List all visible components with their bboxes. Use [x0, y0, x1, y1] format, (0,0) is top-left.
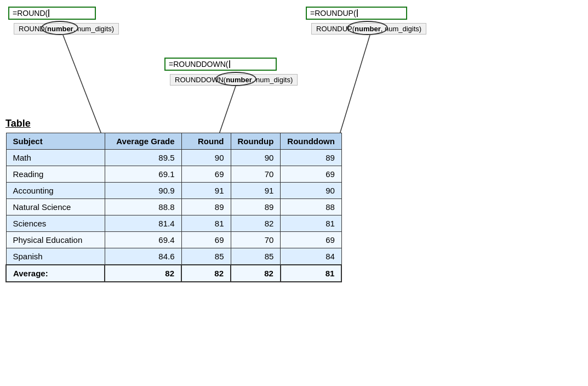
round-number-oval: [41, 21, 78, 35]
round-formula-text: =ROUND(: [13, 9, 48, 18]
cell-avg: 69.4: [105, 232, 181, 248]
avg-round: 82: [181, 265, 231, 282]
cell-round: 90: [181, 150, 231, 166]
cell-round: 69: [181, 166, 231, 183]
cell-rounddown: 69: [281, 232, 342, 248]
table-row: Accounting90.9919190: [6, 183, 341, 199]
roundup-formula-text: =ROUNDUP(: [310, 9, 356, 18]
header-round: Round: [181, 133, 231, 150]
table-row: Physical Education69.4697069: [6, 232, 341, 248]
cell-subject: Physical Education: [6, 232, 105, 248]
cell-rounddown: 88: [281, 199, 342, 215]
table-row: Sciences81.4818281: [6, 215, 341, 232]
cell-round: 89: [181, 199, 231, 215]
cell-avg: 90.9: [105, 183, 181, 199]
page-container: =ROUND( ROUND(number, num_digits) =ROUND…: [0, 0, 588, 386]
cell-subject: Accounting: [6, 183, 105, 199]
cell-avg: 81.4: [105, 215, 181, 232]
table-title: Table: [5, 118, 342, 129]
table-header-row: Subject Average Grade Round Roundup Roun…: [6, 133, 341, 150]
average-row: Average:82828281: [6, 265, 341, 282]
cell-subject: Spanish: [6, 248, 105, 265]
cell-roundup: 91: [231, 183, 281, 199]
cell-roundup: 70: [231, 232, 281, 248]
data-table: Subject Average Grade Round Roundup Roun…: [5, 133, 342, 282]
avg-rounddown: 81: [281, 265, 342, 282]
header-rounddown: Rounddown: [281, 133, 342, 150]
header-roundup: Roundup: [231, 133, 281, 150]
cell-subject: Sciences: [6, 215, 105, 232]
roundup-formula-cell[interactable]: =ROUNDUP(: [306, 7, 407, 20]
table-row: Spanish84.6858584: [6, 248, 341, 265]
cursor3: [229, 60, 230, 68]
roundup-number-oval: [347, 21, 388, 35]
cell-avg: 89.5: [105, 150, 181, 166]
cell-avg: 88.8: [105, 199, 181, 215]
cell-roundup: 89: [231, 199, 281, 215]
avg-grade: 82: [105, 265, 181, 282]
avg-roundup: 82: [231, 265, 281, 282]
rounddown-formula-text: =ROUNDDOWN(: [169, 60, 229, 69]
cell-round: 85: [181, 248, 231, 265]
round-formula-cell[interactable]: =ROUND(: [8, 7, 96, 20]
cell-subject: Natural Science: [6, 199, 105, 215]
table-row: Reading69.1697069: [6, 166, 341, 183]
cell-subject: Reading: [6, 166, 105, 183]
cell-avg: 69.1: [105, 166, 181, 183]
header-subject: Subject: [6, 133, 105, 150]
cell-subject: Math: [6, 150, 105, 166]
rounddown-formula-cell[interactable]: =ROUNDDOWN(: [164, 58, 277, 71]
cell-round: 91: [181, 183, 231, 199]
cell-rounddown: 81: [281, 215, 342, 232]
cell-round: 81: [181, 215, 231, 232]
cell-roundup: 90: [231, 150, 281, 166]
cell-rounddown: 69: [281, 166, 342, 183]
cursor2: [357, 9, 358, 17]
table-row: Natural Science88.8898988: [6, 199, 341, 215]
cell-roundup: 82: [231, 215, 281, 232]
rounddown-number-oval: [215, 72, 256, 86]
cell-avg: 84.6: [105, 248, 181, 265]
cell-roundup: 85: [231, 248, 281, 265]
cell-round: 69: [181, 232, 231, 248]
cell-rounddown: 90: [281, 183, 342, 199]
cell-roundup: 70: [231, 166, 281, 183]
table-row: Math89.5909089: [6, 150, 341, 166]
table-section: Table Subject Average Grade Round Roundu…: [5, 118, 342, 282]
cell-rounddown: 89: [281, 150, 342, 166]
cell-rounddown: 84: [281, 248, 342, 265]
cursor: [48, 9, 49, 17]
header-avg-grade: Average Grade: [105, 133, 181, 150]
avg-label: Average:: [6, 265, 105, 282]
